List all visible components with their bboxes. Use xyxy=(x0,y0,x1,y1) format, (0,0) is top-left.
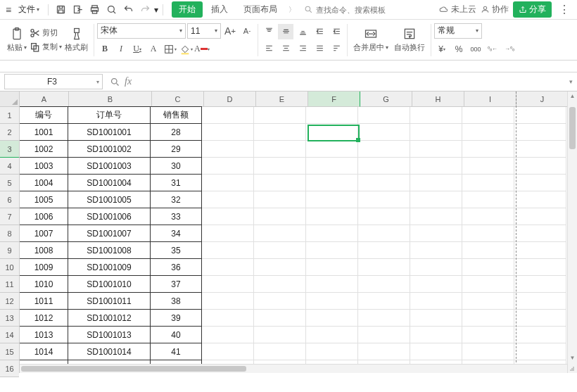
scroll-thumb[interactable] xyxy=(21,366,246,372)
cell[interactable] xyxy=(410,191,462,208)
column-header-D[interactable]: D xyxy=(204,91,256,107)
column-header-B[interactable]: B xyxy=(69,91,152,107)
cell[interactable]: SD1001003 xyxy=(68,157,151,175)
underline-button[interactable]: U▾ xyxy=(129,42,145,57)
row-header[interactable]: 13 xyxy=(0,310,19,327)
select-all-corner[interactable] xyxy=(0,91,19,107)
row-header[interactable]: 2 xyxy=(0,124,19,141)
font-color-button[interactable]: A▾ xyxy=(194,42,210,57)
cell[interactable] xyxy=(410,343,462,360)
cell[interactable] xyxy=(202,343,254,360)
row-header[interactable]: 5 xyxy=(0,175,19,191)
cell[interactable] xyxy=(202,310,254,327)
merge-button[interactable]: 合并居中▾ xyxy=(350,25,391,54)
cell[interactable]: 1001 xyxy=(20,123,68,141)
cell[interactable]: SD1001006 xyxy=(68,208,151,225)
copy-button[interactable]: 复制▾ xyxy=(30,42,62,53)
cell[interactable] xyxy=(254,327,306,343)
cell[interactable] xyxy=(202,175,254,191)
cell[interactable] xyxy=(410,276,462,293)
cell[interactable] xyxy=(202,276,254,293)
cell[interactable] xyxy=(306,191,358,208)
cell[interactable]: SD1001012 xyxy=(68,309,151,327)
row-header[interactable]: 8 xyxy=(0,225,19,242)
cell[interactable]: SD1001004 xyxy=(68,174,151,191)
cell[interactable] xyxy=(306,276,358,293)
cell[interactable] xyxy=(306,327,358,343)
row-header[interactable]: 11 xyxy=(0,276,19,293)
cell[interactable] xyxy=(514,343,566,360)
cell[interactable]: 30 xyxy=(150,157,202,175)
row-header[interactable]: 10 xyxy=(0,259,19,276)
cell[interactable] xyxy=(514,158,566,175)
cell[interactable] xyxy=(462,191,514,208)
more-icon[interactable]: ⋮ xyxy=(556,3,573,16)
cell[interactable]: 29 xyxy=(150,140,202,158)
cell[interactable]: SD1001009 xyxy=(68,258,151,276)
cell[interactable] xyxy=(254,343,306,360)
cell[interactable] xyxy=(462,107,514,124)
cell[interactable]: SD1001010 xyxy=(68,275,151,293)
row-header[interactable]: 3 xyxy=(0,141,19,158)
bold-button[interactable]: B xyxy=(97,42,113,57)
cell[interactable]: 1010 xyxy=(20,275,68,293)
preview-icon[interactable] xyxy=(103,2,119,18)
cell[interactable] xyxy=(514,259,566,276)
cell[interactable] xyxy=(462,124,514,141)
strikethrough-button[interactable]: A xyxy=(146,42,161,57)
cell[interactable]: 33 xyxy=(150,208,202,225)
align-center-icon[interactable] xyxy=(278,41,293,56)
fill-color-button[interactable]: ▾ xyxy=(178,42,194,57)
cells-area[interactable]: 编号订单号销售额1001SD1001001281002SD10010022910… xyxy=(20,107,577,373)
format-painter-button[interactable]: 格式刷 xyxy=(62,25,91,54)
cell[interactable] xyxy=(202,225,254,242)
cell[interactable] xyxy=(462,158,514,175)
cell[interactable] xyxy=(358,175,410,191)
cell[interactable] xyxy=(410,310,462,327)
cell[interactable]: SD1001013 xyxy=(68,326,151,343)
number-format-select[interactable]: 常规▾ xyxy=(434,23,482,39)
increase-decimal-button[interactable]: →⁰₀ xyxy=(502,42,517,57)
italic-button[interactable]: I xyxy=(113,42,129,57)
orientation-icon[interactable] xyxy=(329,41,344,56)
scroll-down-icon[interactable]: ▼ xyxy=(568,355,577,363)
cell[interactable]: 1012 xyxy=(20,309,68,327)
cell[interactable] xyxy=(358,124,410,141)
cell[interactable]: 1005 xyxy=(20,191,68,208)
column-header-G[interactable]: G xyxy=(360,91,412,107)
chevron-down-icon[interactable]: ▾ xyxy=(154,5,158,15)
cell[interactable]: 1011 xyxy=(20,292,68,310)
cell[interactable]: 1002 xyxy=(20,140,68,158)
search-box[interactable] xyxy=(304,5,438,14)
cell[interactable] xyxy=(462,208,514,225)
cell[interactable]: 41 xyxy=(150,343,202,360)
menu-icon[interactable]: ≡ xyxy=(4,4,13,15)
cell[interactable] xyxy=(202,242,254,259)
cell[interactable] xyxy=(358,225,410,242)
cell[interactable] xyxy=(462,141,514,158)
cell[interactable]: 销售额 xyxy=(150,106,202,124)
file-menu[interactable]: 文件 ▾ xyxy=(14,2,44,17)
cell[interactable] xyxy=(306,225,358,242)
cell[interactable] xyxy=(410,208,462,225)
print-icon[interactable] xyxy=(87,2,102,18)
cell[interactable]: 37 xyxy=(150,275,202,293)
cell[interactable] xyxy=(410,124,462,141)
decrease-font-icon[interactable]: A- xyxy=(239,23,255,39)
cell[interactable]: 1014 xyxy=(20,343,68,360)
name-box[interactable]: F3 ▾ xyxy=(4,74,103,89)
cell[interactable] xyxy=(358,310,410,327)
cell[interactable] xyxy=(410,107,462,124)
cell[interactable] xyxy=(514,293,566,310)
cell[interactable] xyxy=(202,259,254,276)
cell[interactable] xyxy=(254,208,306,225)
cell[interactable] xyxy=(410,259,462,276)
cell[interactable] xyxy=(462,175,514,191)
column-header-F[interactable]: F xyxy=(308,91,360,107)
cell[interactable] xyxy=(202,208,254,225)
share-button[interactable]: 分享 xyxy=(513,1,552,18)
column-header-J[interactable]: J xyxy=(516,91,569,107)
cell[interactable] xyxy=(514,175,566,191)
cell[interactable] xyxy=(514,208,566,225)
row-header[interactable]: 9 xyxy=(0,242,19,259)
